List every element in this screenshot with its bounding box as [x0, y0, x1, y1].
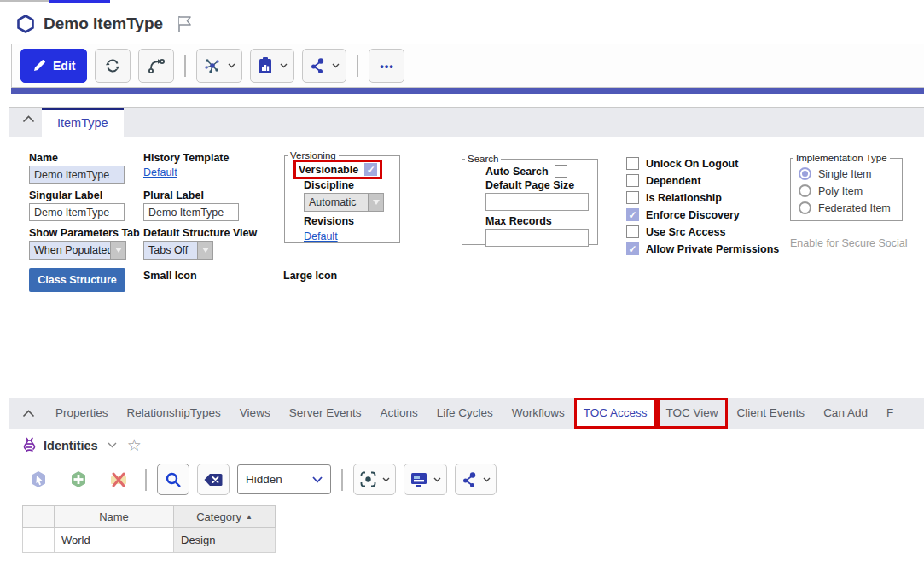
discipline-select[interactable]: Automatic [304, 193, 384, 212]
tab-relationshiptypes[interactable]: RelationshipTypes [118, 398, 230, 429]
tab-workflows[interactable]: Workflows [503, 398, 574, 429]
share-menu-button[interactable] [302, 49, 346, 83]
search-icon [165, 471, 182, 488]
tab-overflow-cut[interactable]: F [877, 398, 903, 429]
tab-life-cycles[interactable]: Life Cycles [427, 398, 503, 429]
dropdown-arrow-icon[interactable] [110, 241, 126, 260]
column-header-name[interactable]: Name [55, 505, 174, 528]
unlock-on-logout-checkbox[interactable] [626, 157, 639, 170]
tab-toc-view[interactable]: TOC View [657, 398, 728, 429]
dropdown-arrow-icon[interactable] [197, 241, 213, 260]
add-item-icon [69, 470, 88, 490]
versionable-checkbox[interactable] [364, 163, 377, 176]
refresh-icon [104, 57, 121, 74]
focus-menu-button[interactable] [353, 464, 396, 495]
main-toolbar: Edit [11, 44, 924, 88]
implementation-type-group: Implementation Type Single Item Poly Ite… [790, 153, 903, 221]
refresh-button[interactable] [95, 49, 131, 83]
versionable-label: Versionable [299, 164, 358, 176]
display-views-icon [410, 471, 428, 488]
flag-icon[interactable] [176, 15, 195, 33]
toolbar-separator [184, 55, 186, 77]
share-grid-menu-button[interactable] [455, 464, 497, 495]
tab-properties[interactable]: Properties [46, 398, 118, 429]
tab-toc-access[interactable]: TOC Access [574, 398, 657, 429]
auto-search-checkbox[interactable] [555, 165, 567, 178]
name-field[interactable] [29, 166, 125, 184]
flag-row: Allow Private Permissions [626, 242, 779, 255]
delete-related-button[interactable] [102, 464, 135, 495]
history-template-link[interactable]: Default [143, 166, 177, 178]
show-parameters-tab-select[interactable]: When Populated [29, 241, 126, 260]
versionable-row-annotated: Versionable [296, 162, 380, 177]
toolbar-separator [145, 469, 147, 491]
inactive-tab-indicator[interactable] [0, 0, 49, 2]
chevron-down-icon[interactable] [108, 442, 117, 448]
share-icon [461, 471, 478, 488]
hidden-filter-select[interactable]: Hidden [237, 464, 331, 494]
edit-button-label: Edit [53, 59, 75, 73]
is-relationship-checkbox[interactable] [626, 191, 639, 204]
row-selector-cell[interactable] [22, 528, 55, 553]
tab-views[interactable]: Views [230, 398, 280, 429]
add-related-button[interactable] [62, 464, 95, 495]
row-selector-header[interactable] [22, 505, 55, 528]
revisions-link[interactable]: Default [304, 230, 338, 242]
use-src-access-label: Use Src Access [646, 226, 725, 238]
structure-hub-icon [203, 56, 222, 75]
display-menu-button[interactable] [404, 464, 447, 495]
name-cell[interactable]: World [55, 528, 174, 553]
collapse-form-panel-icon[interactable] [22, 115, 35, 123]
promote-button[interactable] [138, 49, 174, 83]
grid-data-row[interactable]: World Design [22, 528, 276, 553]
enforce-discovery-checkbox[interactable] [626, 208, 639, 221]
column-header-category-label: Category [196, 511, 241, 523]
reports-menu-button[interactable] [250, 49, 294, 83]
promote-icon [148, 57, 165, 74]
class-structure-button[interactable]: Class Structure [29, 268, 125, 292]
dropdown-arrow-icon[interactable] [368, 193, 384, 212]
versioning-group: Versioning Versionable Discipline Automa… [284, 150, 400, 243]
max-records-field[interactable] [485, 229, 589, 247]
federated-item-radio[interactable] [799, 201, 811, 214]
chevron-down-icon [382, 477, 390, 482]
page-title: Demo ItemType [44, 15, 163, 33]
dependent-label: Dependent [646, 175, 701, 187]
default-structure-view-select[interactable]: Tabs Off [143, 241, 213, 260]
tab-actions[interactable]: Actions [370, 398, 427, 429]
use-src-access-checkbox[interactable] [626, 225, 639, 238]
history-template-label: History Template [143, 152, 230, 164]
run-search-button[interactable] [157, 464, 189, 495]
singular-label-field[interactable] [29, 203, 125, 221]
more-actions-button[interactable]: ••• [369, 49, 404, 83]
singular-label-label: Singular Label [29, 190, 102, 201]
chevron-down-icon [312, 476, 323, 483]
favorite-star-icon[interactable]: ☆ [127, 435, 142, 455]
is-relationship-label: Is Relationship [646, 192, 722, 204]
poly-item-label: Poly Item [818, 185, 863, 197]
column-header-category[interactable]: Category ▲ [174, 505, 276, 528]
default-page-size-field[interactable] [485, 193, 589, 211]
tab-itemtype[interactable]: ItemType [42, 108, 124, 137]
allow-private-permissions-checkbox[interactable] [626, 242, 639, 255]
edit-button[interactable]: Edit [20, 49, 87, 83]
relationships-panel: Properties RelationshipTypes Views Serve… [9, 398, 924, 566]
single-item-radio[interactable] [799, 167, 811, 180]
plural-label-field[interactable] [143, 203, 239, 221]
collapse-relationships-icon[interactable] [22, 410, 35, 417]
tab-client-events[interactable]: Client Events [728, 398, 815, 429]
poly-item-radio[interactable] [799, 184, 811, 197]
clear-search-button[interactable] [197, 464, 230, 495]
dependent-checkbox[interactable] [626, 174, 639, 187]
focus-target-icon [359, 470, 377, 488]
chevron-down-icon [280, 63, 288, 68]
chevron-down-icon [228, 63, 235, 68]
active-tab-indicator[interactable] [49, 0, 110, 3]
pick-related-button[interactable] [22, 464, 55, 495]
tab-server-events[interactable]: Server Events [280, 398, 371, 429]
category-cell[interactable]: Design [174, 528, 276, 553]
structure-menu-button[interactable] [196, 49, 242, 83]
default-structure-view-label: Default Structure View [143, 227, 257, 239]
tab-can-add[interactable]: Can Add [814, 398, 877, 429]
single-item-label: Single Item [818, 168, 872, 180]
